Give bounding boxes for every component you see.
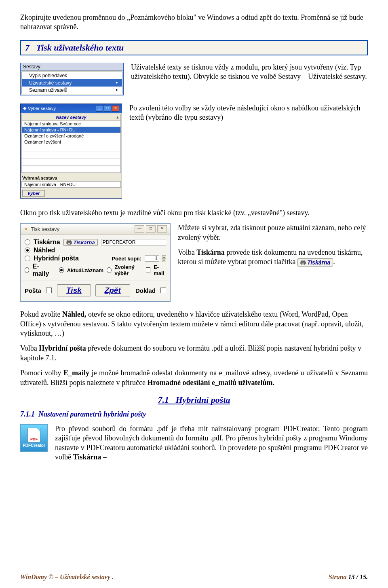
heading-7-1: 7.1 Hybridní pošta [20,395,368,405]
grid-row: Oznámení o zvýšení -prodané [22,133,120,139]
pdfcreator-icon-label: PDFCreator [23,443,45,448]
printer-icon [300,259,306,266]
grid-row: Nájemní smlouva Svépomoc [22,121,120,127]
maximize-icon: □ [104,105,111,112]
radio-aktual-zaznam [59,267,63,273]
paragraph-hybrid: Volba Hybridní pošta převede dokument do… [20,344,368,363]
tisk-button: Tisk [57,284,91,296]
radio-nahled [25,247,30,253]
paragraph-okno: Okno pro tisk uživatelského textu je roz… [20,208,368,218]
paragraph-pdfcreator: Pro převod souborů do formátu .pdf je tř… [55,424,368,462]
heading-7-number: 7 [25,42,30,53]
menu-tab-sestavy: Sestavy [21,63,123,71]
checkbox-doklad [160,288,166,293]
pdfcreator-icon: PDF PDFCreator [20,424,48,452]
tisk-window-title: Tisk sestavy [31,226,59,232]
close-icon: ✕ [157,225,167,233]
window-icon: ◆ [23,106,26,111]
pocet-kopii-value: 1 [145,255,159,262]
close-icon: × [112,105,119,112]
vyber-button: Vyber [22,190,45,197]
vybrana-sestava-label: Vybraná sestava [21,174,122,180]
screenshot-sestavy-menu: Sestavy Výpis pohledávek Uživatelské ses… [20,63,124,95]
window-title: Výběr sestavy [28,106,56,111]
doklad-label: Doklad [135,287,156,294]
screenshot-vyber-sestavy: ◆ Výběr sestavy _ □ × Název sestavy ▴ Ná… [20,104,122,199]
paragraph-after-vyber: Po zvolení této volby se vždy otevře nás… [129,104,368,123]
grid-row: Oznámení zvýšení [22,139,120,145]
checkbox-posta [46,288,52,293]
side-paragraph-2: Volba Tiskárna provede tisk dokumentu na… [178,248,368,267]
radio-tiskarna [25,239,30,245]
side-paragraph-1: Můžete si vybrat, zda tisknout pouze akt… [178,223,368,242]
option-hybrid-label: Hybridní pošta [34,255,79,262]
inline-tiskarna-button: Tiskárna [297,258,333,267]
grid-row-selected: Nájemní smlova - RN+DU [22,127,120,133]
page-footer: WinDomy © – Uživatelské sestavy . Strana… [20,573,368,581]
footer-left: WinDomy © – Uživatelské sestavy . [20,573,114,581]
option-zvoleny-label: Zvolený výběr [115,264,143,276]
svg-rect-5 [302,263,304,265]
checkbox-email [146,267,150,273]
printer-icon [66,239,72,245]
option-nahled-label: Náhled [34,247,55,254]
menu-item-selected: Uživatelské sestavy▸ [22,79,122,87]
heading-7-title: Tisk uživatelského textu [36,42,124,53]
option-tiskarna-label: Tiskárna [34,239,60,246]
spinner-icon: ▴▾ [162,255,166,262]
window-icon: ✦ [24,226,28,232]
footer-right: Strana 13 / 15. [329,573,368,581]
option-aktual-label: Aktuál.záznam [67,267,103,273]
option-emaily-label: E-maily [32,263,51,277]
heading-7-1-1: 7.1.1 Nastavení parametrů hybridní pošty [20,410,368,419]
screenshot-tisk-sestavy: ✦ Tisk sestavy — □ ✕ Tiskárna Tiskár [20,223,171,302]
printer-name-field: PDFCREATOR [101,239,166,245]
grid-header: Název sestavy [56,115,86,120]
paragraph-nahled: Pokud zvolíte Náhled, otevře se okno edi… [20,310,368,338]
heading-7-box: 7 Tisk uživatelského textu [20,40,368,55]
minimize-icon: _ [96,105,103,112]
minimize-icon: — [135,225,144,233]
radio-zvoleny-vyber [107,267,111,273]
checkbox-email-label: E-mail [154,264,166,276]
paragraph-after-heading-7: Uživatelské texty se tisknou vždy z modu… [131,63,368,82]
maximize-icon: □ [146,225,156,233]
menu-item: Výpis pohledávek [22,72,122,79]
intro-paragraph: Zkopírujte uvedenou proměnnou do „Poznám… [20,13,368,32]
pocet-kopii-label: Počet kopií: [112,256,141,262]
tiskarna-button: Tiskárna [63,239,98,246]
radio-emaily [25,267,29,273]
vybrana-sestava-value: Nájemní smlova - RN+DU [21,181,121,188]
menu-item: Seznam uživatelů▸ [22,87,122,94]
svg-rect-2 [68,243,70,245]
paragraph-emaily: Pomocí volby E_maily je možné hromadně o… [20,368,368,387]
radio-hybrid [25,256,30,261]
posta-label: Pošta [25,287,41,294]
zpet-button: Zpět [95,284,130,296]
